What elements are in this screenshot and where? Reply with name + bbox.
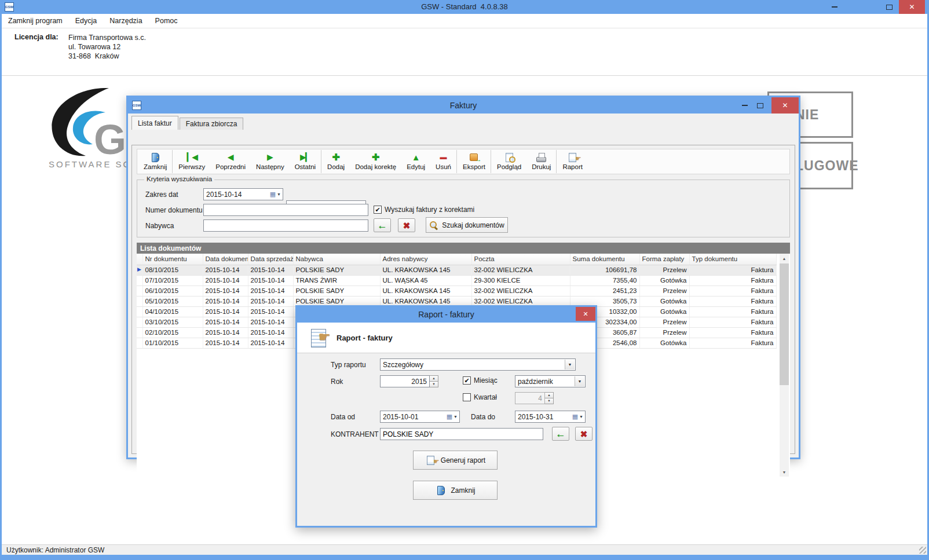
quarter-checkbox[interactable]: ✔ <box>463 393 471 401</box>
toolbar-icon <box>299 152 311 162</box>
main-titlebar: GSW GSW - Standard 4.0.8.38 ✕ <box>0 0 929 14</box>
generate-report-button[interactable]: Generuj raport <box>413 451 498 470</box>
doc-number-input[interactable] <box>203 204 368 216</box>
toolbar-button[interactable]: Raport <box>557 150 588 173</box>
menu-item[interactable]: Pomoc <box>149 17 184 25</box>
month-combo[interactable]: październik ▼ <box>515 375 586 387</box>
quarter-spinner[interactable]: ▲ ▼ <box>545 392 554 404</box>
dialog-close-button[interactable]: Zamknij <box>413 481 498 500</box>
vertical-scrollbar[interactable]: ▲ ▼ <box>780 254 789 477</box>
year-field[interactable]: 2015 <box>380 375 430 387</box>
cell-typ-dokumentu: Faktura <box>689 338 776 348</box>
search-documents-button[interactable]: Szukaj dokumentów <box>426 217 508 233</box>
dialog-date-to-field[interactable]: 2015-10-31 ▦ ▼ <box>515 411 586 423</box>
dialog-date-from-field[interactable]: 2015-10-01 ▦ ▼ <box>380 411 460 423</box>
clear-buyer-button[interactable]: ✖ <box>398 218 415 232</box>
toolbar-button[interactable]: Eksport <box>458 150 491 173</box>
column-header[interactable]: Nr dokumentu <box>142 254 203 265</box>
toolbar-button[interactable]: Podgląd <box>492 150 526 173</box>
year-spinner[interactable]: ▲ ▼ <box>430 375 438 387</box>
contractor-input[interactable] <box>380 428 543 440</box>
column-header[interactable]: Nabywca <box>293 254 380 265</box>
clear-contractor-button[interactable]: ✖ <box>575 427 592 441</box>
raport-dialog-close-button[interactable]: ✕ <box>576 307 595 321</box>
toolbar-icon <box>370 152 382 162</box>
toolbar-button[interactable]: Poprzedni <box>210 150 251 173</box>
cell-suma-dokumentu: 106691,78 <box>570 265 639 275</box>
column-header[interactable]: Adres nabywcy <box>380 254 471 265</box>
toolbar-button[interactable]: Ostatni <box>290 150 321 173</box>
date-range-label: Zakres dat <box>145 191 178 199</box>
menu-item[interactable]: Zamknij program <box>2 17 69 25</box>
cell-nr-dokumentu: 06/10/2015 <box>142 286 203 296</box>
column-header[interactable]: Data sprzedaży <box>248 254 293 265</box>
cell-adres-nabywcy: UL. WĄSKA 45 <box>380 275 471 286</box>
cell-forma-zaplaty: Przelew <box>639 327 689 338</box>
chevron-down-icon[interactable]: ▼ <box>565 360 575 369</box>
spin-down-icon[interactable]: ▼ <box>430 382 438 387</box>
buyer-input[interactable] <box>203 219 368 232</box>
toolbar-icon <box>225 152 236 162</box>
menu-item[interactable]: Edycja <box>69 17 104 25</box>
corrections-checkbox[interactable]: ✔ <box>374 206 382 214</box>
resize-grip[interactable] <box>919 547 926 554</box>
pick-contractor-button[interactable]: ← <box>552 427 569 441</box>
spin-down-icon[interactable]: ▼ <box>545 398 554 404</box>
toolbar-button[interactable]: Edytuj <box>401 150 430 173</box>
tab-lista-faktur[interactable]: Lista faktur <box>131 116 178 130</box>
table-row[interactable]: 06/10/2015 2015-10-14 2015-10-14 POLSKIE… <box>137 286 776 296</box>
date-picker-button[interactable]: ▦ ▼ <box>445 411 459 422</box>
report-type-combo[interactable]: Szczegółowy ▼ <box>380 358 576 371</box>
scrollbar-thumb[interactable] <box>780 263 789 385</box>
table-row[interactable]: 08/10/2015 2015-10-14 2015-10-14 POLSKIE… <box>137 265 776 275</box>
cell-nr-dokumentu: 01/10/2015 <box>142 338 203 348</box>
toolbar-button[interactable]: Pierwszy <box>173 150 210 173</box>
date-picker-button[interactable]: ▦ ▼ <box>268 189 283 200</box>
column-header[interactable]: Typ dokumentu <box>689 254 776 265</box>
contractor-label: KONTRAHENT <box>331 430 379 438</box>
date-from-field[interactable]: 2015-10-14 ▦ ▼ <box>203 188 283 200</box>
spin-up-icon[interactable]: ▲ <box>545 392 554 398</box>
quarter-field[interactable]: 4 <box>515 392 545 404</box>
cell-data-sprzedazy: 2015-10-14 <box>248 317 293 327</box>
chevron-down-icon[interactable]: ▼ <box>575 376 584 386</box>
criteria-group-title: Kryteria wyszukiwania <box>144 175 214 182</box>
month-checkbox[interactable]: ✔ <box>463 376 471 385</box>
red-x-icon: ✖ <box>403 221 411 230</box>
faktury-maximize-button[interactable] <box>752 97 767 114</box>
toolbar-button[interactable]: Zamknij <box>138 150 173 173</box>
toolbar-button[interactable]: Dodaj korektę <box>350 150 401 173</box>
column-header[interactable]: Suma dokumentu <box>570 254 639 265</box>
menu-item[interactable]: Narzędzia <box>103 17 148 25</box>
scrollbar-down-button[interactable]: ▼ <box>780 467 789 477</box>
toolbar-icon <box>468 152 480 162</box>
row-marker-cell <box>137 286 142 296</box>
column-header[interactable]: Poczta <box>471 254 570 265</box>
cell-forma-zaplaty: Gotówka <box>639 306 689 317</box>
spin-up-icon[interactable]: ▲ <box>430 375 438 382</box>
cell-forma-zaplaty: Przelew <box>639 317 689 327</box>
cell-data-sprzedazy: 2015-10-14 <box>248 265 293 275</box>
toolbar-label: Dodaj <box>327 163 345 170</box>
faktury-close-button[interactable]: ✕ <box>771 97 799 114</box>
cell-nr-dokumentu: 07/10/2015 <box>142 275 203 286</box>
tab-faktura-zbiorcza[interactable]: Faktura zbiorcza <box>180 118 244 130</box>
faktury-minimize-button[interactable] <box>738 97 751 114</box>
license-label: Licencja dla: <box>14 33 58 41</box>
scrollbar-up-button[interactable]: ▲ <box>780 254 789 263</box>
minimize-button[interactable] <box>828 0 841 14</box>
toolbar-button[interactable]: Dodaj <box>322 150 350 173</box>
date-picker-button[interactable]: ▦ ▼ <box>570 411 585 422</box>
toolbar-button[interactable]: Drukuj <box>526 150 557 173</box>
column-header[interactable]: Forma zapłaty <box>639 254 689 265</box>
cell-poczta: 29-300 KIELCE <box>471 275 570 286</box>
close-button[interactable]: ✕ <box>899 0 925 14</box>
toolbar-button[interactable]: Następny <box>251 150 290 173</box>
column-header[interactable]: Data dokumentu <box>203 254 248 265</box>
table-row[interactable]: 07/10/2015 2015-10-14 2015-10-14 TRANS Ż… <box>137 275 776 286</box>
pick-buyer-button[interactable]: ← <box>374 218 391 232</box>
date-from-label: Data od <box>331 413 355 421</box>
toolbar-label: Eksport <box>463 163 485 170</box>
toolbar-button[interactable]: Usuń <box>430 150 457 173</box>
maximize-button[interactable] <box>882 0 897 14</box>
